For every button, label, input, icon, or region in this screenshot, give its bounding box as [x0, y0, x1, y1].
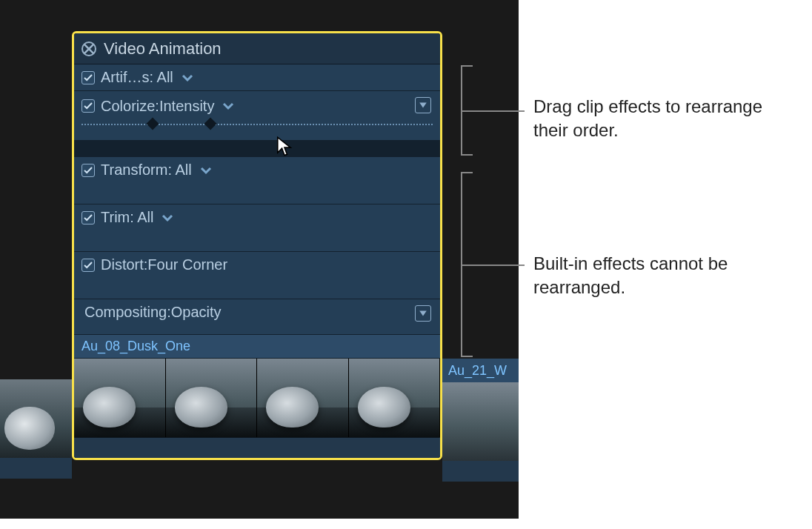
disclosure-triangle-icon[interactable]: [415, 305, 431, 322]
panel-header: Video Animation: [74, 33, 440, 64]
effect-row-colorize[interactable]: Colorize:Intensity: [74, 91, 440, 141]
keyframe-marker[interactable]: [204, 118, 217, 130]
effect-row-transform[interactable]: Transform: All: [74, 157, 440, 204]
effect-label: Compositing:Opacity: [84, 304, 222, 321]
keyframe-strip[interactable]: [81, 119, 433, 139]
callout-text-builtin: Built-in effects cannot be rearranged.: [533, 252, 785, 300]
chevron-down-icon[interactable]: [161, 211, 174, 224]
clip-thumbnail-frame: [349, 359, 441, 437]
clip-thumbnail-frame: [166, 359, 258, 437]
effect-enable-checkbox[interactable]: [81, 211, 95, 224]
callout-lead-line: [461, 264, 525, 266]
effect-enable-checkbox[interactable]: [81, 259, 95, 272]
effect-enable-checkbox[interactable]: [81, 99, 95, 113]
effect-row-distort[interactable]: Distort:Four Corner: [74, 252, 440, 299]
chevron-down-icon[interactable]: [222, 99, 235, 113]
clip-name-label: Au_21_W: [442, 359, 519, 382]
keyframe-dotted-line: [81, 124, 433, 125]
effect-label: Colorize:Intensity: [101, 98, 214, 115]
chevron-down-icon[interactable]: [181, 71, 194, 84]
video-animation-panel: Video Animation Artif…s: All Colorize:In…: [72, 31, 442, 460]
callout-lead-line: [461, 110, 525, 112]
timeline-clip-right-neighbor[interactable]: Au_21_W: [442, 359, 519, 495]
effect-label: Distort:Four Corner: [101, 256, 227, 273]
clip-thumbnail: [0, 379, 72, 458]
clip-thumbnail-filmstrip[interactable]: [74, 359, 440, 437]
clip-audio-waveform: [0, 458, 72, 479]
chevron-down-icon[interactable]: [199, 164, 213, 177]
effect-row-trim[interactable]: Trim: All: [74, 204, 440, 252]
clip-thumbnail-frame: [257, 359, 349, 437]
clip-thumbnail-frame: [74, 359, 166, 437]
section-divider: [74, 141, 440, 157]
effect-enable-checkbox[interactable]: [81, 164, 95, 177]
clip-name-bar[interactable]: Au_08_Dusk_One: [74, 335, 440, 359]
clip-audio-waveform[interactable]: [74, 437, 440, 458]
effect-enable-checkbox[interactable]: [81, 71, 95, 84]
clip-name-label: Au_08_Dusk_One: [81, 339, 190, 354]
callout-text-drag: Drag clip effects to rearrange their ord…: [533, 95, 785, 143]
effect-label: Trim: All: [101, 209, 153, 226]
panel-title: Video Animation: [104, 39, 222, 59]
effect-label: Transform: All: [101, 162, 192, 179]
clip-thumbnail: [442, 382, 519, 461]
cursor-arrow-icon: [276, 136, 293, 161]
effect-label: Artif…s: All: [101, 69, 173, 86]
close-icon[interactable]: [81, 41, 96, 56]
keyframe-marker[interactable]: [147, 118, 159, 130]
disclosure-triangle-icon[interactable]: [415, 97, 431, 113]
effect-row-compositing[interactable]: Compositing:Opacity: [74, 299, 440, 335]
clip-audio-waveform: [442, 461, 519, 482]
effect-row-artifacts[interactable]: Artif…s: All: [74, 64, 440, 91]
timeline-clip-left-neighbor[interactable]: [0, 379, 72, 495]
